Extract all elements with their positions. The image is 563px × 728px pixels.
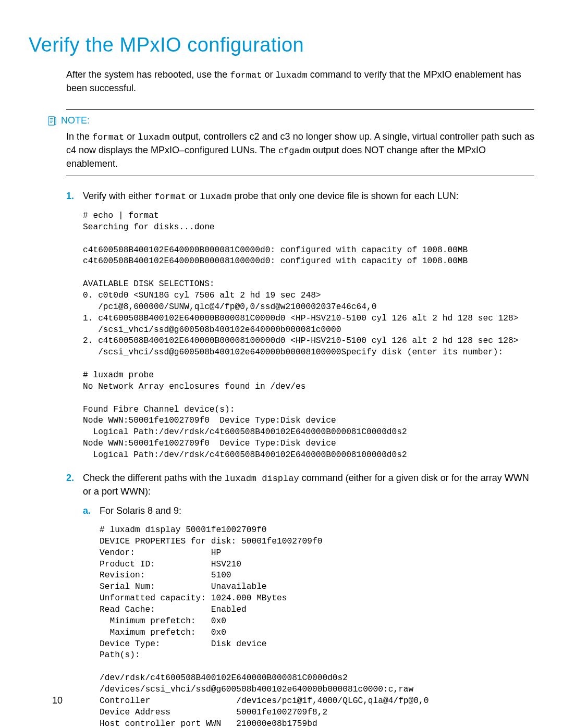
- intro-mid1: or: [262, 69, 275, 80]
- note-header: NOTE:: [47, 114, 534, 127]
- intro-cmd-luxadm: luxadm: [275, 70, 307, 80]
- step-list: 1. Verify with either format or luxadm p…: [66, 190, 534, 728]
- step2-pre: Check the different paths with the: [83, 473, 225, 483]
- step-2a-number: a.: [83, 504, 94, 517]
- step-2a-code: # luxadm display 50001fe1002709f0 DEVICE…: [100, 525, 534, 728]
- note-pre: In the: [66, 131, 92, 142]
- note-rule-top: [66, 109, 534, 110]
- step2-cmd: luxadm display: [225, 474, 299, 484]
- section-heading: Verify the MPxIO configuration: [29, 31, 534, 59]
- step-1: 1. Verify with either format or luxadm p…: [66, 190, 534, 461]
- note-rule-bottom: [66, 176, 534, 176]
- step1-post: probe that only one device file is shown…: [232, 191, 459, 201]
- step-2-text: Check the different paths with the luxad…: [83, 472, 534, 498]
- step-1-code: # echo | format Searching for disks...do…: [83, 211, 534, 461]
- note-body: In the format or luxadm output, controll…: [66, 130, 534, 170]
- page-number: 10: [52, 694, 63, 707]
- step-1-number: 1.: [66, 190, 78, 203]
- step-1-text: Verify with either format or luxadm prob…: [83, 190, 534, 203]
- step-2: 2. Check the different paths with the lu…: [66, 472, 534, 728]
- step-2-sublist: a. For Solaris 8 and 9: # luxadm display…: [83, 504, 534, 728]
- intro-paragraph: After the system has rebooted, use the f…: [66, 68, 534, 95]
- note-cmd-cfgadm: cfgadm: [278, 146, 310, 156]
- note-label: NOTE:: [61, 114, 90, 127]
- note-block: NOTE: In the format or luxadm output, co…: [66, 109, 534, 176]
- step-2-number: 2.: [66, 472, 78, 485]
- note-cmd-format: format: [92, 132, 124, 142]
- step1-cmd-luxadm: luxadm: [200, 192, 231, 202]
- note-cmd-luxadm: luxadm: [138, 132, 169, 142]
- svg-rect-0: [48, 117, 55, 125]
- step1-pre: Verify with either: [83, 191, 154, 201]
- note-mid1: or: [124, 131, 138, 142]
- step1-cmd-format: format: [154, 192, 186, 202]
- note-icon: [47, 116, 57, 126]
- intro-pre: After the system has rebooted, use the: [66, 69, 230, 80]
- intro-cmd-format: format: [230, 70, 262, 80]
- step1-mid1: or: [186, 191, 200, 201]
- step-2a-text: For Solaris 8 and 9:: [100, 504, 181, 517]
